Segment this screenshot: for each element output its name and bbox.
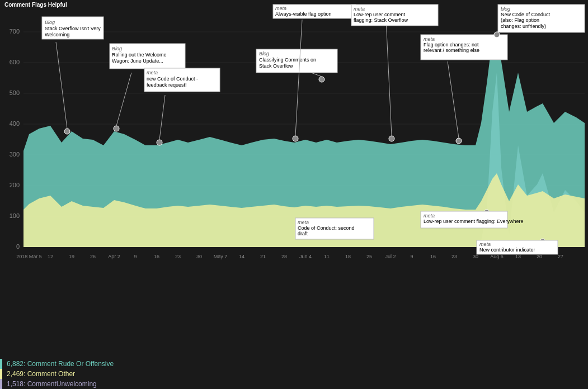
svg-text:Low-rep user comment: Low-rep user comment	[354, 12, 406, 17]
svg-text:blog: blog	[501, 6, 510, 12]
legend-rude-label: 6,882: Comment Rude Or Offensive	[7, 360, 114, 368]
legend-rude: 6,882: Comment Rude Or Offensive	[0, 359, 588, 369]
svg-text:16: 16	[430, 254, 436, 259]
svg-text:14: 14	[239, 254, 244, 259]
svg-text:Comment Flags Helpful: Comment Flags Helpful	[4, 2, 67, 8]
legend-unwelcoming: 1,518: CommentUnwelcoming	[0, 379, 588, 389]
svg-point-68	[293, 136, 298, 141]
svg-text:Blog: Blog	[45, 20, 55, 25]
svg-text:draft: draft	[298, 231, 308, 236]
svg-text:Classifying Comments on: Classifying Comments on	[259, 57, 316, 63]
svg-text:meta: meta	[354, 6, 365, 12]
svg-text:May 7: May 7	[214, 254, 228, 259]
svg-point-62	[319, 77, 324, 82]
svg-point-79	[456, 138, 462, 144]
svg-text:100: 100	[10, 212, 20, 219]
chart-container: 700 600 500 400 300 200 100 0 2018 Mar 5…	[0, 0, 588, 358]
svg-text:changes: unfriendly): changes: unfriendly)	[501, 23, 546, 29]
svg-text:meta: meta	[424, 213, 435, 219]
svg-text:flagging: Stack Overflow: flagging: Stack Overflow	[354, 17, 408, 23]
svg-text:11: 11	[324, 254, 330, 259]
svg-text:23: 23	[451, 254, 457, 259]
svg-text:Always-visible flag option: Always-visible flag option	[275, 11, 332, 17]
svg-point-73	[389, 136, 394, 141]
svg-text:9: 9	[134, 254, 137, 259]
svg-text:New Code of Conduct: New Code of Conduct	[501, 12, 551, 17]
svg-text:new Code of Conduct -: new Code of Conduct -	[147, 76, 198, 82]
svg-text:Jun 4: Jun 4	[299, 254, 312, 259]
svg-text:26: 26	[90, 254, 96, 259]
svg-text:18: 18	[345, 254, 351, 259]
svg-text:Low-rep user comment flagging:: Low-rep user comment flagging: Everywher…	[424, 219, 524, 224]
svg-text:27: 27	[558, 254, 563, 259]
svg-text:700: 700	[10, 28, 20, 35]
svg-text:2018 Mar 5: 2018 Mar 5	[16, 254, 42, 259]
svg-text:25: 25	[366, 254, 372, 259]
svg-text:meta: meta	[147, 70, 158, 75]
svg-text:16: 16	[154, 254, 159, 259]
svg-text:meta: meta	[298, 220, 309, 225]
svg-text:Stack Overflow: Stack Overflow	[259, 63, 293, 69]
svg-point-44	[64, 129, 70, 134]
svg-text:meta: meta	[275, 6, 286, 11]
svg-text:600: 600	[10, 59, 20, 65]
svg-text:19: 19	[69, 254, 74, 259]
svg-text:meta: meta	[479, 241, 491, 247]
legend-unwelcoming-label: 1,518: CommentUnwelcoming	[7, 380, 97, 388]
svg-text:Rolling out the Welcome: Rolling out the Welcome	[112, 52, 166, 58]
svg-text:(also: Flag option: (also: Flag option	[501, 17, 539, 23]
svg-point-50	[114, 126, 119, 131]
main-chart: 700 600 500 400 300 200 100 0 2018 Mar 5…	[0, 0, 588, 358]
svg-text:300: 300	[10, 151, 20, 158]
svg-text:meta: meta	[424, 36, 435, 42]
svg-point-56	[157, 140, 162, 145]
svg-text:Flag option changes: not: Flag option changes: not	[424, 42, 479, 48]
svg-text:New contributor indicator: New contributor indicator	[479, 247, 535, 253]
legend-other: 2,469: Comment Other	[0, 369, 588, 379]
svg-text:Blog: Blog	[112, 46, 122, 51]
svg-text:Stack Overflow Isn't Very: Stack Overflow Isn't Very	[45, 26, 101, 31]
svg-text:21: 21	[260, 254, 266, 259]
svg-text:0: 0	[16, 243, 20, 250]
svg-text:12: 12	[48, 254, 53, 259]
svg-text:Apr 2: Apr 2	[108, 254, 120, 259]
svg-text:23: 23	[175, 254, 181, 259]
svg-text:200: 200	[10, 182, 20, 188]
svg-text:500: 500	[10, 89, 20, 96]
svg-text:Jul 2: Jul 2	[385, 254, 396, 259]
svg-text:relevant / something else: relevant / something else	[424, 48, 479, 53]
svg-text:Welcoming: Welcoming	[45, 32, 69, 37]
svg-text:Wagon: June Update...: Wagon: June Update...	[112, 58, 163, 64]
svg-text:Blog: Blog	[259, 51, 269, 56]
svg-text:30: 30	[196, 254, 202, 259]
svg-text:28: 28	[281, 254, 287, 259]
legend-other-label: 2,469: Comment Other	[7, 370, 75, 378]
svg-text:400: 400	[10, 120, 20, 127]
svg-text:9: 9	[410, 254, 413, 259]
svg-text:feedback request!: feedback request!	[147, 82, 187, 88]
legend-container: 6,882: Comment Rude Or Offensive 2,469: …	[0, 359, 588, 389]
svg-text:Code of Conduct: second: Code of Conduct: second	[298, 225, 355, 231]
